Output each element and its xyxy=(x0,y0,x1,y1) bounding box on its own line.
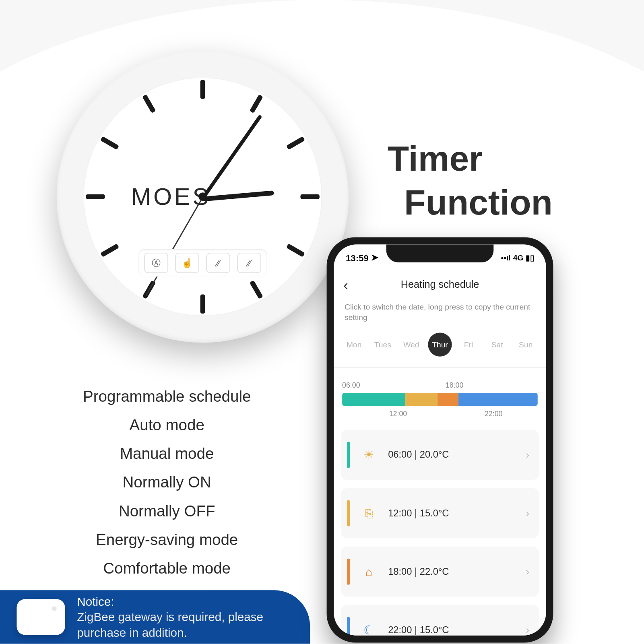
days-selector: Mon Tues Wed Thur Fri Sat Sun xyxy=(334,329,546,368)
door-icon: ⎘ xyxy=(361,507,377,520)
status-time: 13:59 xyxy=(346,252,369,262)
phone-mockup: 13:59 ➤ ••ıl 4G ▮▯ ‹ Heating schedule Cl… xyxy=(327,237,553,642)
chevron-right-icon: › xyxy=(526,624,529,635)
back-button[interactable]: ‹ xyxy=(343,277,358,293)
day-mon[interactable]: Mon xyxy=(342,333,366,357)
timeline-label: 12:00 xyxy=(389,410,407,418)
normally-off-icon: ⁄⁄ xyxy=(237,253,261,273)
chevron-right-icon: › xyxy=(526,449,529,461)
feature-item: Normally OFF xyxy=(36,502,298,520)
screen-title: Heating schedule xyxy=(401,279,479,291)
network-label: 4G xyxy=(513,253,524,262)
signal-icon: ••ıl xyxy=(501,253,511,262)
timeline: 06:00 18:00 12:00 22:00 xyxy=(334,368,546,424)
battery-icon: ▮▯ xyxy=(526,253,534,262)
day-wed[interactable]: Wed xyxy=(399,333,423,357)
feature-list: Programmable schedule Auto mode Manual m… xyxy=(36,388,298,588)
clock-hour-hand xyxy=(202,190,274,201)
feature-item: Comfortable mode xyxy=(36,559,298,578)
day-sat[interactable]: Sat xyxy=(485,333,509,357)
notice-bar: Notice: ZigBee gateway is required, plea… xyxy=(0,590,310,644)
schedule-row[interactable]: ⎘ 12:00 | 15.0°C › xyxy=(341,488,539,538)
heading-line-1: Timer xyxy=(388,137,553,181)
home-icon: ⌂ xyxy=(361,565,377,579)
timeline-label: 06:00 xyxy=(342,381,360,390)
moon-icon: ☾ xyxy=(361,623,377,636)
sun-icon: ☀ xyxy=(361,448,377,462)
day-sun[interactable]: Sun xyxy=(514,333,538,357)
feature-item: Energy-saving mode xyxy=(36,530,298,549)
clock-face: MOES Ⓐ ☝ ⁄⁄ ⁄⁄ xyxy=(57,51,349,343)
heading-line-2: Function xyxy=(404,181,553,225)
hint-text: Click to switch the date, long press to … xyxy=(334,299,546,329)
day-thur[interactable]: Thur xyxy=(428,333,452,357)
timeline-label: 22:00 xyxy=(485,410,502,418)
normally-on-icon: ⁄⁄ xyxy=(206,253,230,273)
schedule-row[interactable]: ☀ 06:00 | 20.0°C › xyxy=(341,430,539,480)
day-fri[interactable]: Fri xyxy=(456,333,480,357)
chevron-right-icon: › xyxy=(526,507,529,520)
day-tues[interactable]: Tues xyxy=(371,333,394,357)
clock-minute-hand xyxy=(201,114,262,199)
notice-title: Notice: xyxy=(77,594,298,609)
chevron-right-icon: › xyxy=(526,566,529,578)
feature-item: Manual mode xyxy=(36,445,298,463)
main-heading: Timer Function xyxy=(388,137,553,225)
feature-item: Normally ON xyxy=(36,473,298,492)
schedule-row[interactable]: ⌂ 18:00 | 22.0°C › xyxy=(341,547,539,597)
feature-item: Programmable schedule xyxy=(36,388,298,406)
auto-mode-icon: Ⓐ xyxy=(144,253,168,273)
notice-body: ZigBee gateway is required, please purch… xyxy=(77,609,298,640)
gateway-image xyxy=(17,599,65,635)
schedule-row[interactable]: ☾ 22:00 | 15.0°C › xyxy=(341,605,539,636)
location-icon: ➤ xyxy=(371,252,379,263)
feature-item: Auto mode xyxy=(36,416,298,435)
clock-second-hand xyxy=(146,197,203,295)
manual-mode-icon: ☝ xyxy=(175,253,199,273)
timeline-bar[interactable] xyxy=(342,393,538,407)
timeline-label: 18:00 xyxy=(446,381,463,390)
